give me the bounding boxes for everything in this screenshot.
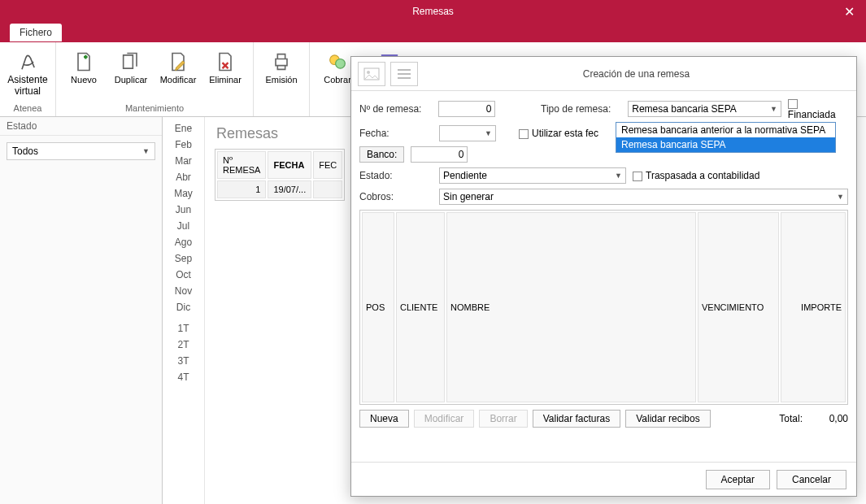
input-banco[interactable] [411,146,468,163]
label-fecha: Fecha: [359,128,433,139]
month-may[interactable]: May [163,185,204,202]
ribbon-btn-eliminar[interactable]: Eliminar [202,46,248,89]
checkbox-icon [633,172,642,181]
quarter-2t[interactable]: 2T [163,337,204,353]
cell-fec [313,180,342,198]
chevron-down-icon: ▼ [615,172,622,180]
ribbon-label: Emisión [265,75,297,85]
svg-point-1 [336,59,346,69]
button-nueva[interactable]: Nueva [359,410,409,428]
checkbox-utilizar-fecha[interactable]: Utilizar esta fec [519,128,598,139]
checkbox-icon [788,99,798,109]
image-icon [363,67,380,80]
input-fecha[interactable]: ▼ [439,125,496,141]
month-feb[interactable]: Feb [163,137,204,153]
quarter-3t[interactable]: 3T [163,353,204,369]
button-cancelar[interactable]: Cancelar [777,470,846,489]
month-panel: Ene Feb Mar Abr May Jun Jul Ago Sep Oct … [163,117,205,504]
button-modificar-line[interactable]: Modificar [414,410,475,428]
button-validar-recibos[interactable]: Validar recibos [625,410,710,428]
col-fec[interactable]: FEC [313,151,342,179]
ribbon-label: Asistente [7,74,47,85]
dialog-toolbar: Creación de una remesa [351,57,856,91]
month-sep[interactable]: Sep [163,250,204,267]
ribbon-label: Duplicar [115,75,147,85]
svg-point-6 [367,71,370,74]
window-titlebar: Remesas ✕ [0,0,866,23]
label-financiada: Financiada [788,109,836,120]
ribbon-btn-modificar[interactable]: Modificar [155,46,201,89]
button-validar-facturas[interactable]: Validar facturas [533,410,620,428]
quarter-4t[interactable]: 4T [163,369,204,385]
label-utilizar: Utilizar esta fec [532,128,598,139]
month-dic[interactable]: Dic [163,299,204,315]
ribbon-label: virtual [15,85,41,97]
estado-combo[interactable]: Todos ▼ [7,142,155,160]
col-importe[interactable]: IMPORTE [781,212,846,402]
select-estado[interactable]: Pendiente ▼ [439,167,626,184]
ribbon-btn-asistente-virtual[interactable]: Asistentevirtual [5,46,50,101]
col-nremesa[interactable]: Nº REMESA [217,151,266,179]
ribbon-btn-duplicar[interactable]: Duplicar [108,46,154,89]
button-aceptar[interactable]: Aceptar [706,470,770,489]
col-cliente[interactable]: CLIENTE [396,212,445,402]
label-traspasada: Traspasada a contabilidad [646,170,759,181]
col-vencimiento[interactable]: VENCIMIENTO [698,212,779,402]
input-nremesa[interactable] [438,101,495,117]
month-jul[interactable]: Jul [163,218,204,234]
col-nombre[interactable]: NOMBRE [446,212,696,402]
checkbox-traspasada[interactable]: Traspasada a contabilidad [633,170,759,181]
label-cobros: Cobros: [359,191,433,202]
chevron-down-icon: ▼ [837,193,844,201]
label-nremesa: Nº de remesa: [359,103,432,115]
month-ago[interactable]: Ago [163,234,204,250]
ribbon-group-emision: Emisión [254,42,310,116]
ribbon-label: Nuevo [71,75,97,85]
chevron-down-icon: ▼ [142,147,150,155]
ribbon-group-atenea: Asistentevirtual Atenea [0,42,56,116]
table-row[interactable]: 1 19/07/... [217,180,342,198]
month-oct[interactable]: Oct [163,267,204,283]
dialog-tool-image[interactable] [358,62,385,86]
month-abr[interactable]: Abr [163,169,204,185]
dropdown-tipo-remesa-list[interactable]: Remesa bancaria anterior a la normativa … [616,122,836,153]
month-nov[interactable]: Nov [163,283,204,299]
dropdown-option-selected[interactable]: Remesa bancaria SEPA [616,137,835,152]
ribbon-btn-emision[interactable]: Emisión [259,46,304,89]
checkbox-icon [519,129,529,139]
printer-icon [268,49,294,75]
quarter-1t[interactable]: 1T [163,320,204,337]
select-cobros[interactable]: Sin generar ▼ [439,189,848,205]
ribbon-group-mantenimiento: Nuevo Duplicar Modificar Eliminar Manten… [56,42,254,116]
tab-fichero[interactable]: Fichero [10,24,62,41]
document-pencil-icon [165,49,191,75]
ribbon-label: Modificar [160,75,197,85]
window-close-button[interactable]: ✕ [832,0,866,23]
ribbon-label: Eliminar [209,75,242,85]
document-plus-icon [71,49,97,75]
select-cobros-value: Sin generar [443,191,494,202]
col-pos[interactable]: POS [362,212,394,402]
remesas-grid[interactable]: Nº REMESA FECHA FEC 1 19/07/... [215,149,345,201]
dropdown-option[interactable]: Remesa bancaria anterior a la normativa … [616,123,835,137]
month-ene[interactable]: Ene [163,120,204,137]
value-total: 0,00 [807,413,848,424]
checkbox-financiada[interactable]: Financiada [788,98,848,120]
ribbon-btn-nuevo[interactable]: Nuevo [61,46,107,89]
estado-header: Estado [0,117,162,136]
button-borrar-line[interactable]: Borrar [479,410,527,428]
select-tipo-remesa[interactable]: Remesa bancaria SEPA ▼ [628,101,781,117]
month-mar[interactable]: Mar [163,153,204,169]
month-jun[interactable]: Jun [163,202,204,218]
list-icon [396,67,412,80]
button-banco[interactable]: Banco: [359,146,404,163]
window-title: Remesas [412,6,454,17]
estado-panel: Estado Todos ▼ [0,117,163,504]
select-tipo-value: Remesa bancaria SEPA [632,103,737,115]
label-total: Total: [779,413,803,424]
dialog-title: Creación de una remesa [423,68,850,80]
dialog-tool-list[interactable] [390,62,418,86]
cell-nremesa: 1 [217,180,266,198]
col-fecha[interactable]: FECHA [268,151,311,179]
lines-grid[interactable]: POS CLIENTE NOMBRE VENCIMIENTO IMPORTE [359,210,848,405]
